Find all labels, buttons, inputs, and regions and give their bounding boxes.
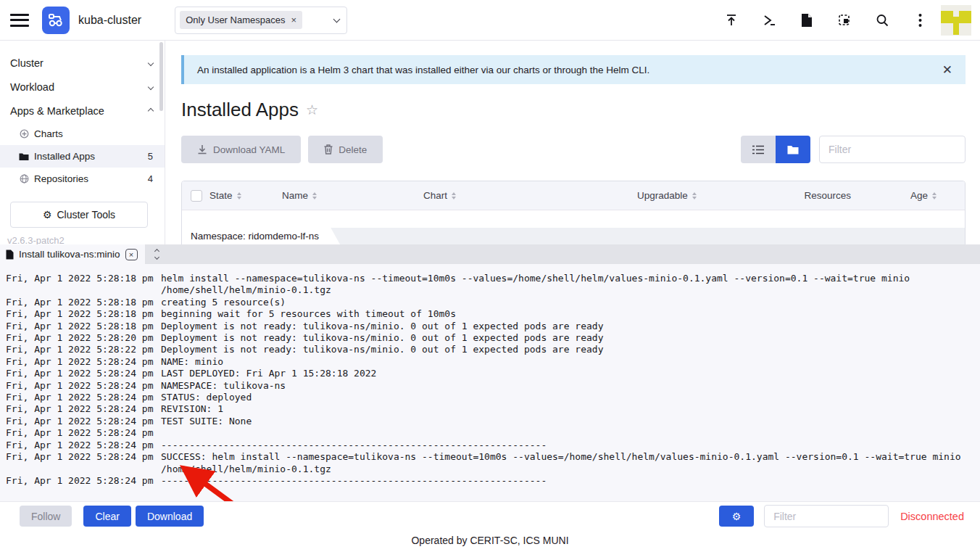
sidebar-nav: Cluster Workload Apps & Marketplace Char… <box>0 41 165 244</box>
download-button[interactable]: Download <box>136 506 204 527</box>
log-line: Fri, Apr 1 2022 5:28:18 pmDeployment is … <box>6 321 980 332</box>
clear-button[interactable]: Clear <box>83 506 130 527</box>
sort-icon[interactable] <box>452 192 456 199</box>
cluster-logo-icon <box>47 12 65 29</box>
delete-button[interactable]: Delete <box>308 136 383 163</box>
gear-icon: ⚙ <box>732 511 742 522</box>
upload-icon[interactable] <box>723 12 739 28</box>
sidebar-item-repositories[interactable]: Repositories 4 <box>0 168 165 190</box>
log-controls-bar: Follow Clear Download ⚙ Disconnected <box>0 501 980 530</box>
sort-icon[interactable] <box>932 192 937 199</box>
log-line: Fri, Apr 1 2022 5:28:24 pmTEST SUITE: No… <box>6 416 980 427</box>
namespace-filter-tag[interactable]: Only User Namespaces × <box>180 11 302 29</box>
kubectl-shell-icon[interactable] <box>761 12 777 28</box>
user-avatar[interactable] <box>941 5 971 36</box>
namespace-group-label: Namespace: ridomdemo-lf-ns <box>182 225 344 244</box>
sidebar-item-charts[interactable]: Charts <box>0 123 165 145</box>
chevron-down-icon <box>148 59 154 65</box>
log-line: Fri, Apr 1 2022 5:28:18 pmbeginning wait… <box>6 308 980 320</box>
chevron-down-icon <box>148 83 154 89</box>
log-line: Fri, Apr 1 2022 5:28:24 pmNAMESPACE: tul… <box>6 380 980 392</box>
download-yaml-button[interactable]: Download YAML <box>181 136 301 163</box>
log-line: Fri, Apr 1 2022 5:28:24 pmNAME: minio <box>6 356 980 368</box>
sidebar-section-workload[interactable]: Workload <box>0 75 165 99</box>
folder-icon <box>19 152 29 162</box>
trash-icon <box>324 144 333 155</box>
sort-icon[interactable] <box>312 192 317 199</box>
chevron-up-icon <box>154 249 159 254</box>
sort-icon[interactable] <box>237 192 241 199</box>
log-output[interactable]: Fri, Apr 1 2022 5:28:18 pmhelm install -… <box>0 264 980 501</box>
namespace-group-row: Namespace: ridomdemo-lf-ns <box>182 228 965 244</box>
follow-button[interactable]: Follow <box>20 506 72 527</box>
favorite-star-icon[interactable]: ☆ <box>306 102 318 118</box>
gear-icon: ⚙ <box>43 209 52 221</box>
download-icon <box>197 144 207 155</box>
cluster-tools-button[interactable]: ⚙ Cluster Tools <box>10 202 148 228</box>
log-line: Fri, Apr 1 2022 5:28:24 pm <box>6 427 980 439</box>
log-filter-input[interactable] <box>764 505 889 527</box>
panel-tab-install-minio[interactable]: Install tulikova-ns:minio × <box>0 244 145 264</box>
folder-icon <box>787 145 799 155</box>
namespace-filter[interactable]: Only User Namespaces × <box>175 7 347 34</box>
log-line: Fri, Apr 1 2022 5:28:18 pmcreating 5 res… <box>6 297 980 308</box>
namespace-tag-remove-icon[interactable]: × <box>291 15 296 25</box>
log-line: Fri, Apr 1 2022 5:28:24 pmSTATUS: deploy… <box>6 392 980 403</box>
sort-icon[interactable] <box>692 192 697 199</box>
banner-close-icon[interactable]: ✕ <box>942 62 952 78</box>
log-line: Fri, Apr 1 2022 5:28:20 pmDeployment is … <box>6 332 980 344</box>
list-view-button[interactable] <box>741 136 776 163</box>
search-icon[interactable] <box>874 12 890 28</box>
select-all-checkbox[interactable] <box>191 190 202 202</box>
log-line: /home/shell/helm/minio-0.1.tgz <box>6 464 980 475</box>
chevron-down-icon[interactable] <box>333 15 341 22</box>
sidebar-section-cluster[interactable]: Cluster <box>0 51 165 75</box>
cluster-name[interactable]: kuba-cluster <box>78 14 141 27</box>
log-line: Fri, Apr 1 2022 5:28:24 pmREVISION: 1 <box>6 403 980 415</box>
column-header-state[interactable]: State <box>209 190 282 201</box>
globe-icon <box>19 174 29 184</box>
column-header-name[interactable]: Name <box>282 190 423 201</box>
view-toggle <box>741 136 810 163</box>
hamburger-menu-icon[interactable] <box>10 14 29 27</box>
sidebar-section-apps-marketplace[interactable]: Apps & Marketplace <box>0 99 165 123</box>
chevron-up-icon <box>148 107 154 113</box>
tab-close-icon[interactable]: × <box>125 249 138 260</box>
log-line: Fri, Apr 1 2022 5:28:24 pm--------------… <box>6 475 980 487</box>
sidebar-item-installed-apps[interactable]: Installed Apps 5 <box>0 145 165 168</box>
main-content: An installed application is a Helm 3 cha… <box>165 41 980 244</box>
toolbar: Download YAML Delete <box>181 136 966 163</box>
log-line: Fri, Apr 1 2022 5:28:24 pmLAST DEPLOYED:… <box>6 368 980 379</box>
installed-apps-table: State Name Chart Upgradable Resources <box>181 181 966 244</box>
log-line: Fri, Apr 1 2022 5:28:22 pmDeployment is … <box>6 344 980 355</box>
panel-resize-toggle[interactable] <box>155 250 159 264</box>
rancher-logo[interactable] <box>42 7 70 34</box>
app-header: kuba-cluster Only User Namespaces × <box>0 0 980 41</box>
table-header-row: State Name Chart Upgradable Resources <box>182 181 965 210</box>
installed-apps-count: 5 <box>148 151 153 162</box>
charts-icon <box>19 129 29 139</box>
panel-tab-bar: Install tulikova-ns:minio × <box>0 244 980 264</box>
file-icon[interactable] <box>799 12 815 28</box>
info-banner: An installed application is a Helm 3 cha… <box>181 55 966 84</box>
connection-status: Disconnected <box>900 511 964 522</box>
page-footer: Operated by CERIT-SC, ICS MUNI <box>0 530 980 552</box>
filter-input[interactable] <box>819 136 966 163</box>
column-header-chart[interactable]: Chart <box>423 190 637 201</box>
kebab-menu-icon[interactable] <box>912 12 928 28</box>
log-settings-button[interactable]: ⚙ <box>719 506 754 527</box>
repositories-count: 4 <box>148 173 153 184</box>
column-header-upgradable[interactable]: Upgradable <box>637 190 782 201</box>
page-title: Installed Apps ☆ <box>181 99 966 121</box>
file-icon <box>6 250 14 260</box>
log-line: Fri, Apr 1 2022 5:28:24 pm--------------… <box>6 440 980 451</box>
column-header-resources[interactable]: Resources <box>782 190 851 201</box>
grouped-view-button[interactable] <box>776 136 810 163</box>
import-yaml-icon[interactable] <box>836 12 852 28</box>
log-line: Fri, Apr 1 2022 5:28:18 pmhelm install -… <box>6 273 980 284</box>
footer-text: Operated by CERIT-SC, ICS MUNI <box>411 535 568 546</box>
column-header-age[interactable]: Age <box>851 190 965 201</box>
version-label: v2.6.3-patch2 <box>0 235 165 244</box>
sidebar-scrollbar[interactable] <box>159 42 163 111</box>
log-line: Fri, Apr 1 2022 5:28:24 pmSUCCESS: helm … <box>6 451 980 463</box>
